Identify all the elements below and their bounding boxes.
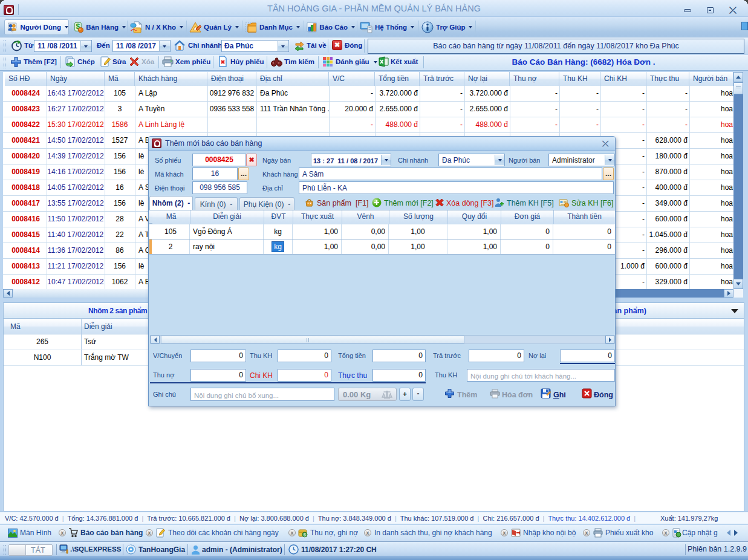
svg-text:$: $ <box>304 533 306 537</box>
